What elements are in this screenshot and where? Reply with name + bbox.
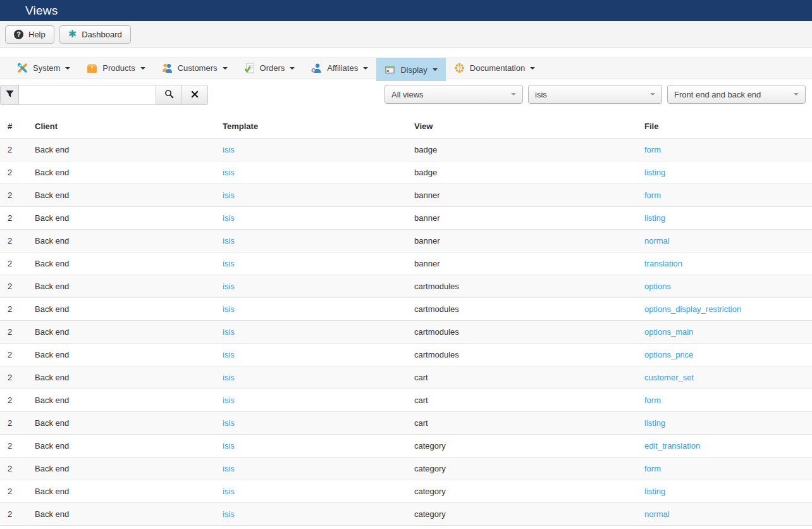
template-link[interactable]: isis xyxy=(223,213,235,223)
row-number-cell: 2 xyxy=(0,139,27,161)
help-button[interactable]: ? Help xyxy=(5,25,54,44)
interface-filter-select[interactable]: Front end and back end xyxy=(667,85,806,104)
template-filter-value: isis xyxy=(535,90,547,99)
template-link[interactable]: isis xyxy=(223,395,235,405)
file-link[interactable]: options xyxy=(644,282,671,291)
orders-icon xyxy=(244,63,255,73)
menu-item-affiliates[interactable]: $ Affiliates xyxy=(303,58,376,78)
page-title: Views xyxy=(25,4,58,18)
client-cell: Back end xyxy=(27,321,215,344)
menu-item-display[interactable]: Display xyxy=(376,58,446,81)
file-link[interactable]: form xyxy=(644,145,661,154)
view-cell: banner xyxy=(407,207,637,230)
caret-down-icon xyxy=(363,67,368,72)
table-row: 2 Back end isis category selectparentlis… xyxy=(0,526,812,529)
template-link[interactable]: isis xyxy=(223,259,235,268)
row-number-cell: 2 xyxy=(0,230,27,252)
caret-down-icon xyxy=(650,93,655,98)
view-cell: banner xyxy=(407,252,637,275)
menu-item-documentation[interactable]: ? Documentation xyxy=(446,58,543,78)
file-link[interactable]: normal xyxy=(644,509,670,519)
template-link[interactable]: isis xyxy=(223,418,235,428)
menu-item-orders[interactable]: Orders xyxy=(236,58,304,78)
template-link[interactable]: isis xyxy=(223,236,235,246)
view-cell: cart xyxy=(407,389,637,412)
file-link[interactable]: edit_translation xyxy=(644,441,700,451)
clear-x-icon xyxy=(190,89,200,101)
template-link[interactable]: isis xyxy=(223,464,235,473)
file-link[interactable]: listing xyxy=(644,168,665,177)
table-header-row: # Client Template View File xyxy=(0,115,812,139)
menu-item-products[interactable]: Products xyxy=(78,58,153,78)
file-link[interactable]: customer_set xyxy=(644,373,694,382)
search-button[interactable] xyxy=(156,85,182,105)
dashboard-button[interactable]: ✱ Dashboard xyxy=(59,25,131,44)
row-number-cell: 2 xyxy=(0,184,27,207)
template-link[interactable]: isis xyxy=(223,190,235,200)
table-row: 2 Back end isis cart form xyxy=(0,389,812,412)
table-row: 2 Back end isis cart listing xyxy=(0,412,812,435)
client-cell: Back end xyxy=(27,435,215,457)
search-input[interactable] xyxy=(19,85,156,105)
row-number-cell: 2 xyxy=(0,480,27,503)
file-link[interactable]: options_main xyxy=(644,327,693,337)
caret-down-icon xyxy=(65,67,70,72)
menu-item-system[interactable]: System xyxy=(9,58,78,78)
template-link[interactable]: isis xyxy=(223,304,235,314)
template-link[interactable]: isis xyxy=(223,350,235,359)
views-filter-select[interactable]: All views xyxy=(384,85,523,104)
template-link[interactable]: isis xyxy=(223,282,235,291)
search-icon xyxy=(164,89,174,101)
column-header-file: File xyxy=(637,115,812,139)
column-header-template: Template xyxy=(215,115,407,139)
client-cell: Back end xyxy=(27,412,215,435)
client-cell: Back end xyxy=(27,480,215,503)
file-link[interactable]: listing xyxy=(644,213,665,223)
file-link[interactable]: normal xyxy=(644,236,670,246)
caret-down-icon xyxy=(223,67,228,72)
file-link[interactable]: translation xyxy=(644,259,682,268)
file-link[interactable]: listing xyxy=(644,418,665,428)
template-link[interactable]: isis xyxy=(223,441,235,451)
caret-down-icon xyxy=(433,68,438,73)
table-row: 2 Back end isis category listing xyxy=(0,480,812,503)
caret-down-icon xyxy=(530,67,535,72)
clear-search-button[interactable] xyxy=(181,85,208,105)
file-link[interactable]: form xyxy=(644,395,661,405)
view-cell: cartmodules xyxy=(407,321,637,344)
template-link[interactable]: isis xyxy=(223,327,235,337)
table-row: 2 Back end isis cart customer_set xyxy=(0,366,812,389)
file-link[interactable]: form xyxy=(644,190,661,200)
row-number-cell: 2 xyxy=(0,298,27,321)
menu-item-label: Orders xyxy=(260,63,285,73)
menu-item-customers[interactable]: Customers xyxy=(154,58,236,78)
file-link[interactable]: form xyxy=(644,464,661,473)
table-row: 2 Back end isis cartmodules options_disp… xyxy=(0,298,812,321)
view-cell: category xyxy=(407,480,637,503)
filter-funnel-button[interactable] xyxy=(0,85,19,105)
template-link[interactable]: isis xyxy=(223,509,235,519)
column-header-client: Client xyxy=(27,115,215,139)
client-cell: Back end xyxy=(27,526,215,529)
file-link[interactable]: options_display_restriction xyxy=(644,304,741,314)
filter-bar: All views isis Front end and back end xyxy=(0,78,812,113)
template-filter-select[interactable]: isis xyxy=(528,85,662,104)
client-cell: Back end xyxy=(27,457,215,480)
dashboard-icon: ✱ xyxy=(68,29,77,39)
menu-item-label: System xyxy=(33,63,60,73)
template-link[interactable]: isis xyxy=(223,145,235,154)
view-cell: cart xyxy=(407,412,637,435)
template-link[interactable]: isis xyxy=(223,373,235,382)
template-link[interactable]: isis xyxy=(223,168,235,177)
client-cell: Back end xyxy=(27,275,215,298)
file-link[interactable]: listing xyxy=(644,487,665,496)
table-row: 2 Back end isis category edit_translatio… xyxy=(0,435,812,457)
template-link[interactable]: isis xyxy=(223,487,235,496)
view-cell: cart xyxy=(407,366,637,389)
file-link[interactable]: options_price xyxy=(644,350,693,359)
products-box-icon xyxy=(87,63,97,73)
filter-funnel-icon xyxy=(5,89,15,101)
caret-down-icon xyxy=(290,67,295,72)
interface-filter-value: Front end and back end xyxy=(674,90,761,99)
caret-down-icon xyxy=(794,93,799,98)
